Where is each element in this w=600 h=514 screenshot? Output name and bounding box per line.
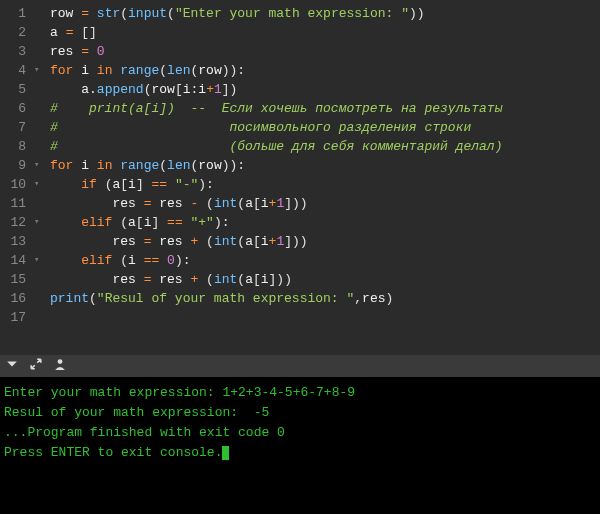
console-line: Enter your math expression: 1+2+3-4-5+6-… bbox=[4, 383, 596, 403]
line-number: 15 bbox=[4, 270, 26, 289]
fold-marker-icon[interactable]: ▾ bbox=[34, 175, 44, 194]
line-number: 5 bbox=[4, 80, 26, 99]
line-number: 4 bbox=[4, 61, 26, 80]
line-number: 1 bbox=[4, 4, 26, 23]
chevron-down-icon[interactable] bbox=[6, 358, 18, 374]
fold-gutter: ▾▾▾▾▾ bbox=[34, 0, 44, 355]
code-line[interactable]: for i in range(len(row)): bbox=[50, 156, 594, 175]
cursor-icon bbox=[222, 446, 229, 460]
code-line[interactable]: a.append(row[i:i+1]) bbox=[50, 80, 594, 99]
line-number: 13 bbox=[4, 232, 26, 251]
code-line[interactable]: elif (a[i] == "+"): bbox=[50, 213, 594, 232]
code-line[interactable]: print("Resul of your math expression: ",… bbox=[50, 289, 594, 308]
console-line: Press ENTER to exit console. bbox=[4, 443, 596, 463]
line-number: 9 bbox=[4, 156, 26, 175]
person-icon[interactable] bbox=[54, 358, 66, 374]
line-number: 10 bbox=[4, 175, 26, 194]
line-number: 17 bbox=[4, 308, 26, 327]
fold-marker-icon[interactable]: ▾ bbox=[34, 251, 44, 270]
expand-icon[interactable] bbox=[30, 358, 42, 374]
code-line[interactable]: elif (i == 0): bbox=[50, 251, 594, 270]
line-number: 11 bbox=[4, 194, 26, 213]
code-line[interactable]: res = res + (int(a[i+1])) bbox=[50, 232, 594, 251]
console-line: Resul of your math expression: -5 bbox=[4, 403, 596, 423]
line-number: 6 bbox=[4, 99, 26, 118]
svg-point-0 bbox=[58, 359, 63, 364]
code-line[interactable]: # print(a[i]) -- Если хочешь посмотреть … bbox=[50, 99, 594, 118]
code-line[interactable]: # (больше для себя комментарий делал) bbox=[50, 137, 594, 156]
code-line[interactable]: res = 0 bbox=[50, 42, 594, 61]
fold-marker-icon[interactable]: ▾ bbox=[34, 156, 44, 175]
fold-marker-icon[interactable]: ▾ bbox=[34, 61, 44, 80]
code-line[interactable]: for i in range(len(row)): bbox=[50, 61, 594, 80]
code-area[interactable]: row = str(input("Enter your math express… bbox=[44, 0, 600, 355]
line-number: 16 bbox=[4, 289, 26, 308]
code-line[interactable]: row = str(input("Enter your math express… bbox=[50, 4, 594, 23]
line-number: 8 bbox=[4, 137, 26, 156]
fold-marker-icon[interactable]: ▾ bbox=[34, 213, 44, 232]
output-console[interactable]: Enter your math expression: 1+2+3-4-5+6-… bbox=[0, 377, 600, 514]
console-toolbar bbox=[0, 355, 600, 377]
line-number-gutter: 1234567891011121314151617 bbox=[0, 0, 34, 355]
code-editor[interactable]: 1234567891011121314151617 ▾▾▾▾▾ row = st… bbox=[0, 0, 600, 355]
code-line[interactable]: if (a[i] == "-"): bbox=[50, 175, 594, 194]
line-number: 14 bbox=[4, 251, 26, 270]
line-number: 3 bbox=[4, 42, 26, 61]
code-line[interactable]: # посимвольного разделения строки bbox=[50, 118, 594, 137]
code-line[interactable]: a = [] bbox=[50, 23, 594, 42]
console-line: ...Program finished with exit code 0 bbox=[4, 423, 596, 443]
code-line[interactable] bbox=[50, 308, 594, 327]
code-line[interactable]: res = res - (int(a[i+1])) bbox=[50, 194, 594, 213]
line-number: 12 bbox=[4, 213, 26, 232]
line-number: 7 bbox=[4, 118, 26, 137]
code-line[interactable]: res = res + (int(a[i])) bbox=[50, 270, 594, 289]
line-number: 2 bbox=[4, 23, 26, 42]
